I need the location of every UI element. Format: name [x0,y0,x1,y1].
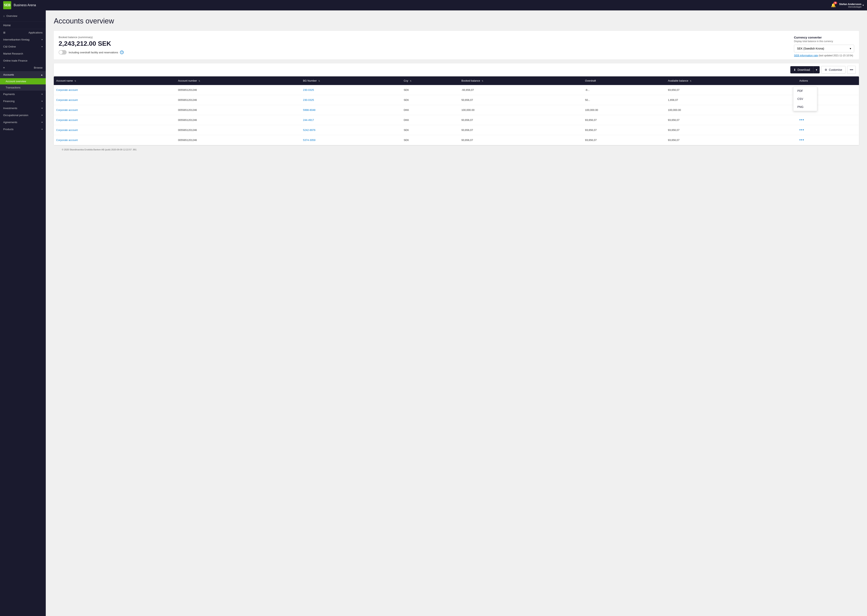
sort-icon: ⇅ [74,80,76,82]
row-actions-button[interactable]: ••• [799,138,804,142]
seb-logo[interactable]: SEB [3,1,11,9]
sidebar-item-transactions[interactable]: Transactions [0,85,46,91]
home-icon: ⌂ [3,14,5,17]
download-button[interactable]: ⬇ Download [790,66,813,73]
customise-button[interactable]: ⚙ Customise [821,66,845,74]
cell-ccy: SEK [401,125,459,135]
cell-overdraft: 93,656,07 [583,135,665,145]
sidebar-item-market-research-label: Market Research [3,52,23,55]
toggle-row: Including overdraft facility and reserva… [58,50,854,55]
col-bg-number[interactable]: BG Number ⇅ [301,76,401,85]
user-details: Stefan Andersson Demobolaget [839,3,861,8]
col-overdraft[interactable]: Overdraft [583,76,665,85]
topbar-right: 🔔 8 Stefan Andersson Demobolaget ▾ [831,3,864,8]
sidebar-item-accounts[interactable]: Accounts ▴ [0,71,46,78]
balance-section: Booked balance (summmary) 2,243,212.00 S… [54,31,859,59]
table-row: Corporate account 0055651201246 230-0325… [54,95,859,105]
col-booked-balance-label: Booked balance [461,79,480,82]
dropdown-item-csv[interactable]: CSV [793,95,817,103]
row-actions-button[interactable]: ••• [799,118,804,122]
account-name-link[interactable]: Corporate account [56,88,78,91]
cell-bg-number: 230-0325 [301,95,401,105]
sidebar-item-financing[interactable]: Financing ▾ [0,97,46,105]
chevron-down-icon: ▾ [41,100,43,102]
sidebar-item-account-overview[interactable]: Account overview [0,78,46,85]
col-overdraft-label: Overdraft [585,79,596,82]
col-account-name-label: Account name [56,79,73,82]
sidebar-item-home[interactable]: Home [0,22,46,29]
account-name-link[interactable]: Corporate account [56,129,78,132]
bg-number-link[interactable]: 230-0325 [303,99,314,101]
sidebar-item-market-research[interactable]: Market Research [0,50,46,57]
sidebar-item-investments-label: Investments [3,107,17,110]
table-header: Account name ⇅ Account number ⇅ BG Numbe… [54,76,859,85]
download-icon: ⬇ [793,68,796,71]
col-account-number[interactable]: Account number ⇅ [176,76,301,85]
sidebar-section-applications: ⊞ Applications [0,29,46,36]
help-icon[interactable]: ? [120,50,124,54]
currency-select[interactable]: SEK (Swedish Krona) ▾ [794,45,854,52]
sidebar-item-investments[interactable]: Investments ▾ [0,105,46,112]
currency-converter: Currency converter Display total balance… [794,36,854,57]
account-name-link[interactable]: Corporate account [56,138,78,141]
topbar-left: SEB Business Arena [3,1,36,9]
currency-converter-title: Currency converter [794,36,854,39]
cell-available-balance: 93,656,07 [665,135,797,145]
bg-number-link[interactable]: 5374-3059 [303,138,315,141]
sidebar-item-agreements[interactable]: Agreements ▾ [0,119,46,126]
row-actions-button[interactable]: ••• [799,128,804,132]
col-account-number-label: Account number [178,79,197,82]
col-account-name[interactable]: Account name ⇅ [54,76,176,85]
user-menu[interactable]: Stefan Andersson Demobolaget ▾ [839,3,864,8]
sort-icon: ⇅ [199,80,200,82]
browse-icon: ≡ [3,66,5,69]
sidebar-item-products[interactable]: Products ▾ [0,126,46,133]
overdraft-toggle[interactable] [58,50,67,55]
sidebar-item-overview[interactable]: ⌂ Overview [3,13,43,19]
col-ccy[interactable]: Ccy ⇅ [401,76,459,85]
bg-number-link[interactable]: 244-4917 [303,118,314,121]
sidebar-item-occupational-pension[interactable]: Occupational pension ▾ [0,112,46,119]
cell-overdraft: -9... [583,85,665,95]
dropdown-item-png[interactable]: PNG [793,103,817,111]
account-name-link[interactable]: Corporate account [56,99,78,101]
accounts-table: Account name ⇅ Account number ⇅ BG Numbe… [54,76,859,145]
sidebar-item-payments[interactable]: Payments ▾ [0,91,46,97]
balance-amount: 2,243,212.00 SEK [58,40,854,47]
cell-bg-number: 5242-8976 [301,125,401,135]
gear-icon: ⚙ [824,68,827,71]
bg-number-link[interactable]: 5998-8048 [303,108,315,112]
bg-number-link[interactable]: 230-0325 [303,88,314,91]
cell-booked-balance: -93,656,07 [459,85,583,95]
sidebar-item-ci-online[interactable]: C&I Online ▾ [0,43,46,50]
sidebar-item-browse[interactable]: ≡ Browse [0,64,46,71]
sidebar-item-internetbanken[interactable]: Internetbanken företag ▾ [0,36,46,43]
user-chevron-icon: ▾ [862,4,864,6]
download-label: Download [798,68,810,71]
cell-available-balance: 93,656,07 [665,125,797,135]
col-ccy-label: Ccy [404,79,408,82]
seb-rate-link[interactable]: SEB information rate [794,54,818,57]
notification-badge: 8 [834,2,837,4]
account-name-link[interactable]: Corporate account [56,108,78,112]
cell-booked-balance: 50,656,07 [459,95,583,105]
notification-bell[interactable]: 🔔 8 [831,3,836,8]
account-name-link[interactable]: Corporate account [56,118,78,121]
cell-available-balance: 93,656,07 [665,115,797,125]
cell-actions: ••• [797,125,859,135]
cell-account-number: 0055651201246 [176,95,301,105]
more-options-button[interactable]: ••• [847,66,856,74]
sidebar-overview-section: ⌂ Overview [0,10,46,22]
cell-actions: ••• [797,135,859,145]
chevron-down-icon: ▾ [41,46,43,48]
sidebar-item-online-trade[interactable]: Online trade Finance [0,57,46,64]
chevron-down-icon: ▾ [41,107,43,109]
cell-account-name: Corporate account [54,105,176,115]
cell-account-number: 0055651201246 [176,125,301,135]
bg-number-link[interactable]: 5242-8976 [303,129,315,132]
dropdown-item-pdf[interactable]: PDF [793,87,817,95]
download-chevron-button[interactable]: ▾ [813,66,820,73]
col-available-balance[interactable]: Available balance ⇅ [665,76,797,85]
cell-account-number: 0055651201246 [176,105,301,115]
col-booked-balance[interactable]: Booked balance ⇅ [459,76,583,85]
